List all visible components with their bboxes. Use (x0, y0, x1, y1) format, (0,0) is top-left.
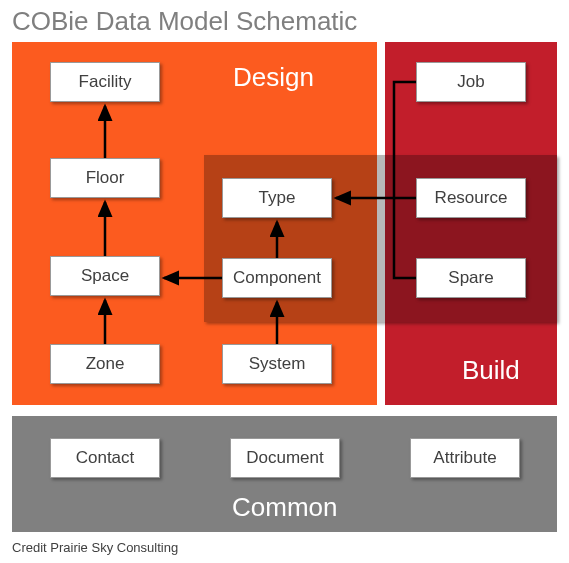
node-space: Space (50, 256, 160, 296)
region-label-design: Design (233, 62, 314, 93)
node-attribute: Attribute (410, 438, 520, 478)
credit-text: Credit Prairie Sky Consulting (12, 540, 178, 555)
node-zone: Zone (50, 344, 160, 384)
node-spare: Spare (416, 258, 526, 298)
node-type: Type (222, 178, 332, 218)
node-document: Document (230, 438, 340, 478)
node-system: System (222, 344, 332, 384)
node-job: Job (416, 62, 526, 102)
node-resource: Resource (416, 178, 526, 218)
node-contact: Contact (50, 438, 160, 478)
region-label-common: Common (232, 492, 337, 523)
node-floor: Floor (50, 158, 160, 198)
region-label-build: Build (462, 355, 520, 386)
node-component: Component (222, 258, 332, 298)
node-facility: Facility (50, 62, 160, 102)
diagram-canvas: COBie Data Model Schematic Design Build … (0, 0, 569, 563)
page-title: COBie Data Model Schematic (12, 6, 357, 37)
